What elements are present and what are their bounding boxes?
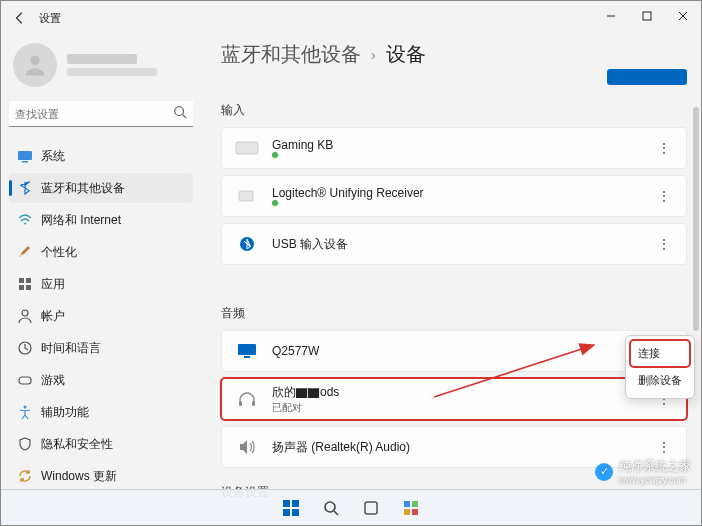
nav-item-apps[interactable]: 应用: [9, 269, 193, 299]
taskbar-search[interactable]: [315, 494, 347, 522]
nav-item-windows-update[interactable]: Windows 更新: [9, 461, 193, 491]
clock-globe-icon: [17, 340, 33, 356]
breadcrumb-parent[interactable]: 蓝牙和其他设备: [221, 41, 361, 68]
person-icon: [17, 308, 33, 324]
search-icon: [173, 105, 187, 119]
shield-icon: [17, 436, 33, 452]
svg-rect-10: [26, 278, 31, 283]
device-status: [272, 152, 654, 158]
menu-item-remove[interactable]: 删除设备: [630, 367, 690, 394]
status-dot-icon: [272, 152, 278, 158]
device-status: 已配对: [272, 401, 654, 415]
search-input[interactable]: [9, 101, 193, 127]
nav-label: 游戏: [41, 372, 65, 389]
device-row-speaker[interactable]: 扬声器 (Realtek(R) Audio) ⋮: [221, 426, 687, 468]
content: 蓝牙和其他设备 › 设备 输入 Gaming KB ⋮ Logitech® Un…: [201, 35, 701, 525]
page-title: 设备: [386, 41, 426, 68]
breadcrumb: 蓝牙和其他设备 › 设备: [221, 41, 687, 68]
taskbar-widgets[interactable]: [395, 494, 427, 522]
window-controls: [593, 1, 701, 31]
nav-item-accounts[interactable]: 帐户: [9, 301, 193, 331]
more-button[interactable]: ⋮: [654, 236, 674, 252]
taskbar-start[interactable]: [275, 494, 307, 522]
svg-rect-22: [239, 401, 242, 406]
user-name-redacted: [67, 54, 157, 76]
sidebar: 系统 蓝牙和其他设备 网络和 Internet 个性化 应用 帐户: [1, 35, 201, 525]
headphones-icon: [234, 386, 260, 412]
svg-rect-27: [283, 509, 290, 516]
close-button[interactable]: [665, 1, 701, 31]
display-icon: [17, 148, 33, 164]
more-button[interactable]: ⋮: [654, 140, 674, 156]
content-scrollbar[interactable]: [693, 107, 699, 515]
device-row-gaming-kb[interactable]: Gaming KB ⋮: [221, 127, 687, 169]
gaming-icon: [17, 372, 33, 388]
search-wrap: [9, 101, 193, 127]
update-icon: [17, 468, 33, 484]
taskbar-taskview[interactable]: [355, 494, 387, 522]
device-name: Gaming KB: [272, 138, 654, 152]
svg-rect-25: [283, 500, 290, 507]
nav-item-gaming[interactable]: 游戏: [9, 365, 193, 395]
svg-point-16: [24, 406, 27, 409]
section-title-input: 输入: [221, 102, 687, 119]
device-name: 扬声器 (Realtek(R) Audio): [272, 439, 654, 456]
nav-label: 隐私和安全性: [41, 436, 113, 453]
svg-rect-15: [19, 377, 31, 384]
svg-rect-17: [236, 142, 258, 154]
svg-rect-12: [26, 285, 31, 290]
nav-label: 系统: [41, 148, 65, 165]
svg-point-4: [30, 56, 39, 65]
svg-rect-9: [19, 278, 24, 283]
more-button[interactable]: ⋮: [654, 439, 674, 455]
svg-rect-8: [22, 161, 28, 163]
device-row-monitor[interactable]: Q2577W ⋮: [221, 330, 687, 372]
svg-rect-18: [239, 191, 253, 201]
svg-rect-11: [19, 285, 24, 290]
nav-item-bluetooth[interactable]: 蓝牙和其他设备: [9, 173, 193, 203]
nav-item-network[interactable]: 网络和 Internet: [9, 205, 193, 235]
accessibility-icon: [17, 404, 33, 420]
svg-line-6: [183, 115, 187, 119]
titlebar: 设置: [1, 1, 701, 35]
nav-label: Windows 更新: [41, 468, 117, 485]
user-block[interactable]: [9, 39, 193, 99]
svg-rect-28: [292, 509, 299, 516]
nav-item-personalization[interactable]: 个性化: [9, 237, 193, 267]
bluetooth-small-icon: [234, 231, 260, 257]
device-row-logitech-receiver[interactable]: Logitech® Unifying Receiver ⋮: [221, 175, 687, 217]
svg-rect-32: [404, 501, 410, 507]
svg-point-29: [325, 502, 335, 512]
nav-item-time-language[interactable]: 时间和语言: [9, 333, 193, 363]
bluetooth-icon: [17, 180, 33, 196]
nav-item-accessibility[interactable]: 辅助功能: [9, 397, 193, 427]
nav-item-system[interactable]: 系统: [9, 141, 193, 171]
minimize-button[interactable]: [593, 1, 629, 31]
svg-rect-20: [238, 344, 256, 355]
svg-rect-35: [412, 509, 418, 515]
menu-item-connect[interactable]: 连接: [630, 340, 690, 367]
device-row-airpods[interactable]: 欣的▇▇ods 已配对 ⋮: [221, 378, 687, 420]
nav-item-privacy[interactable]: 隐私和安全性: [9, 429, 193, 459]
maximize-button[interactable]: [629, 1, 665, 31]
device-name: USB 输入设备: [272, 236, 654, 253]
device-name: Q2577W: [272, 344, 654, 358]
nav: 系统 蓝牙和其他设备 网络和 Internet 个性化 应用 帐户: [9, 141, 193, 491]
nav-label: 蓝牙和其他设备: [41, 180, 125, 197]
svg-rect-31: [365, 502, 377, 514]
nav-label: 辅助功能: [41, 404, 89, 421]
wifi-icon: [17, 212, 33, 228]
add-device-button[interactable]: [607, 69, 687, 85]
window-title: 设置: [39, 11, 61, 26]
nav-label: 个性化: [41, 244, 77, 261]
back-button[interactable]: [9, 7, 31, 29]
device-name: 欣的▇▇ods: [272, 384, 654, 401]
svg-line-30: [334, 511, 338, 515]
device-row-usb-input[interactable]: USB 输入设备 ⋮: [221, 223, 687, 265]
more-button[interactable]: ⋮: [654, 188, 674, 204]
svg-point-13: [22, 310, 28, 316]
svg-point-5: [175, 107, 184, 116]
avatar: [13, 43, 57, 87]
svg-rect-7: [18, 151, 32, 160]
keyboard-icon: [234, 135, 260, 161]
